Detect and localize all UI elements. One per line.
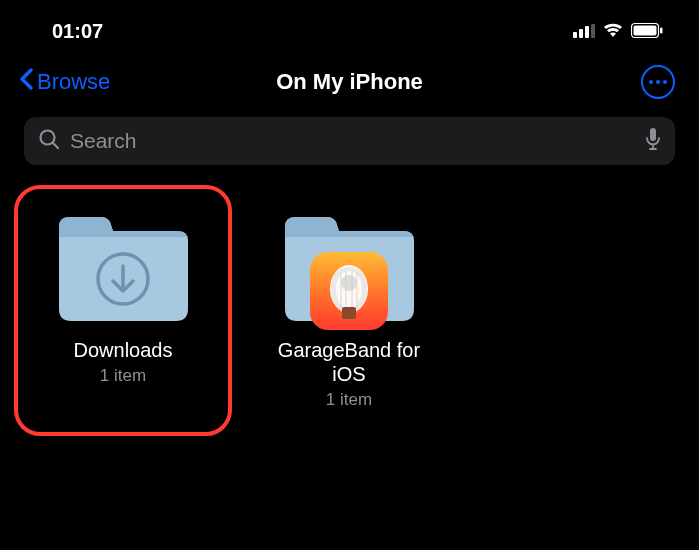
status-icons — [573, 20, 663, 43]
back-button[interactable]: Browse — [18, 67, 110, 97]
folder-meta: 1 item — [100, 366, 146, 386]
svg-point-15 — [341, 275, 357, 291]
chevron-left-icon — [18, 67, 34, 97]
back-label: Browse — [37, 69, 110, 95]
folder-meta: 1 item — [326, 390, 372, 410]
search-placeholder: Search — [70, 129, 635, 153]
folder-grid: Downloads 1 item Gar — [0, 165, 699, 410]
folder-downloads[interactable]: Downloads 1 item — [38, 209, 208, 410]
svg-rect-20 — [342, 307, 356, 319]
mic-icon[interactable] — [645, 127, 661, 155]
nav-bar: Browse On My iPhone — [0, 55, 699, 107]
battery-icon — [631, 20, 663, 43]
status-time: 01:07 — [52, 20, 103, 43]
svg-rect-0 — [573, 32, 577, 38]
wifi-icon — [602, 20, 624, 43]
status-bar: 01:07 — [0, 0, 699, 55]
ellipsis-icon — [649, 80, 667, 84]
svg-rect-9 — [650, 128, 656, 141]
folder-icon — [277, 209, 422, 324]
more-button[interactable] — [641, 65, 675, 99]
garageband-icon — [310, 252, 388, 330]
folder-name: Downloads — [74, 338, 173, 362]
signal-icon — [573, 20, 595, 43]
svg-rect-1 — [579, 29, 583, 38]
svg-rect-2 — [585, 26, 589, 38]
search-icon — [38, 128, 60, 154]
svg-line-8 — [53, 143, 58, 148]
folder-name: GarageBand for iOS — [264, 338, 434, 386]
svg-rect-6 — [660, 28, 663, 34]
folder-garageband[interactable]: GarageBand for iOS 1 item — [264, 209, 434, 410]
folder-icon — [51, 209, 196, 324]
svg-rect-3 — [591, 24, 595, 38]
search-input[interactable]: Search — [24, 117, 675, 165]
svg-rect-5 — [634, 26, 657, 36]
